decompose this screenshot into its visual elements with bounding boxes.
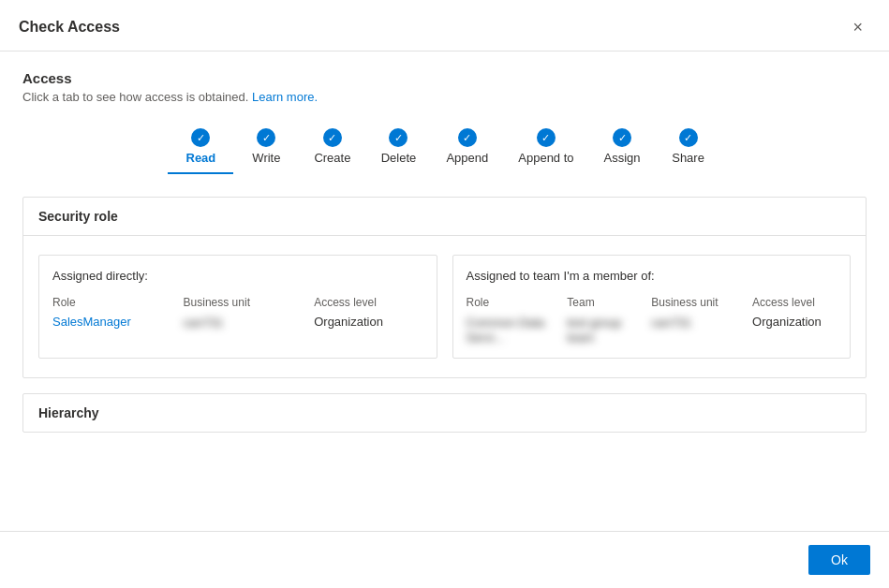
- tab-append-to-check: ✓: [537, 128, 556, 147]
- assigned-directly-header-row: Role Business unit Access level: [52, 296, 423, 309]
- bu-cell-team: can731: [651, 315, 752, 345]
- bu-value-direct: can731: [184, 316, 224, 330]
- assigned-team-panel: Assigned to team I'm a member of: Role T…: [452, 255, 852, 359]
- col-header-team: Team: [567, 296, 651, 309]
- role-value-team: Common Data Servi...: [467, 316, 545, 345]
- tab-read[interactable]: ✓ Read: [168, 123, 233, 174]
- dialog-body: Access Click a tab to see how access is …: [0, 51, 889, 531]
- access-cell-direct: Organization: [314, 315, 422, 330]
- tab-write[interactable]: ✓ Write: [233, 123, 299, 174]
- security-role-section: Security role Assigned directly: Role Bu…: [22, 197, 867, 378]
- tab-create[interactable]: ✓ Create: [299, 123, 365, 174]
- role-cell-direct: SalesManager: [52, 315, 184, 330]
- tabs-row: ✓ Read ✓ Write ✓ Create ✓ Delete ✓ Appen…: [22, 123, 867, 174]
- access-title: Access: [22, 70, 867, 86]
- tab-append[interactable]: ✓ Append: [431, 123, 503, 174]
- tab-append-check: ✓: [458, 128, 477, 147]
- col-header-role-team: Role: [467, 296, 568, 309]
- access-cell-team: Organization: [752, 315, 837, 345]
- team-cell: test group team: [567, 315, 651, 345]
- access-subtitle-text: Click a tab to see how access is obtaine…: [22, 90, 248, 104]
- tab-share-label: Share: [672, 151, 704, 165]
- col-header-access-direct: Access level: [314, 296, 422, 309]
- role-link-direct[interactable]: SalesManager: [52, 315, 184, 329]
- role-link-part1: Sales: [52, 315, 83, 329]
- tab-write-label: Write: [252, 151, 280, 165]
- assigned-team-header-row: Role Team Business unit Access level: [467, 296, 837, 309]
- col-header-bu-team: Business unit: [651, 296, 752, 309]
- col-header-bu-direct: Business unit: [184, 296, 315, 309]
- tab-create-check: ✓: [323, 128, 342, 147]
- dialog-header: Check Access ×: [0, 0, 889, 51]
- assigned-team-data-row: Common Data Servi... test group team can…: [467, 315, 837, 345]
- tab-assign[interactable]: ✓ Assign: [589, 123, 656, 174]
- tab-assign-label: Assign: [604, 151, 641, 165]
- tab-append-to[interactable]: ✓ Append to: [503, 123, 588, 174]
- tab-append-to-label: Append to: [518, 151, 573, 165]
- tab-read-check: ✓: [191, 128, 210, 147]
- close-button[interactable]: ×: [845, 15, 870, 39]
- access-subtitle: Click a tab to see how access is obtaine…: [22, 90, 867, 104]
- tab-assign-check: ✓: [613, 128, 631, 147]
- tab-append-label: Append: [446, 151, 488, 165]
- tab-delete[interactable]: ✓ Delete: [365, 123, 431, 174]
- tab-delete-check: ✓: [389, 128, 407, 147]
- tab-share[interactable]: ✓ Share: [656, 123, 721, 174]
- hierarchy-header: Hierarchy: [23, 394, 866, 432]
- tab-delete-label: Delete: [381, 151, 417, 165]
- security-role-header: Security role: [23, 198, 866, 236]
- assigned-directly-title: Assigned directly:: [52, 269, 423, 283]
- col-header-access-team: Access level: [752, 296, 837, 309]
- assigned-team-title: Assigned to team I'm a member of:: [467, 269, 837, 283]
- hierarchy-section: Hierarchy: [22, 393, 867, 433]
- ok-button[interactable]: Ok: [808, 545, 870, 575]
- security-role-body: Assigned directly: Role Business unit Ac…: [23, 236, 866, 377]
- bu-value-team: can731: [651, 316, 691, 330]
- bu-cell-direct: can731: [184, 315, 315, 330]
- team-value: test group team: [567, 316, 621, 345]
- tab-share-check: ✓: [679, 128, 698, 147]
- tab-read-label: Read: [186, 151, 216, 165]
- learn-more-link[interactable]: Learn more.: [252, 90, 318, 104]
- dialog-footer: Ok: [0, 531, 889, 588]
- tab-write-check: ✓: [257, 128, 275, 147]
- assigned-directly-data-row: SalesManager can731 Organization: [52, 315, 423, 330]
- role-cell-team: Common Data Servi...: [467, 315, 568, 345]
- role-link-part2: Manager: [83, 315, 131, 329]
- tab-create-label: Create: [314, 151, 350, 165]
- dialog-title: Check Access: [19, 19, 120, 36]
- assigned-directly-panel: Assigned directly: Role Business unit Ac…: [38, 255, 437, 359]
- col-header-role-direct: Role: [52, 296, 184, 309]
- check-access-dialog: Check Access × Access Click a tab to see…: [0, 0, 889, 588]
